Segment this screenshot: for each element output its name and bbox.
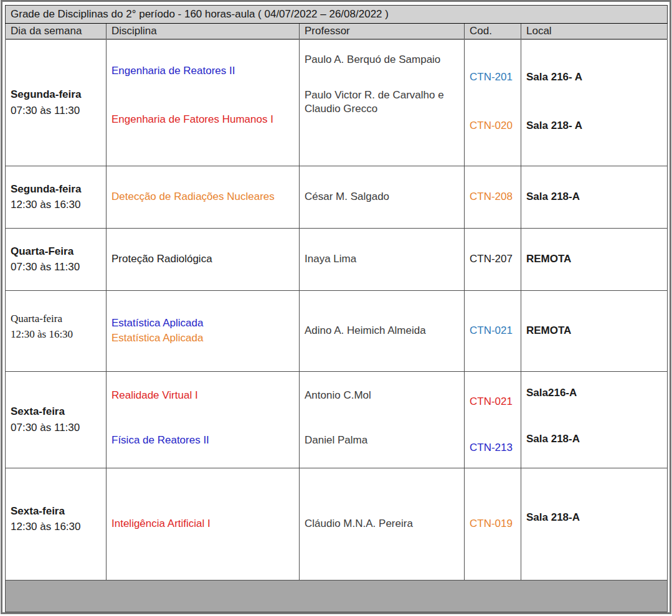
time-range: 07:30 às 11:30 [11, 420, 101, 436]
day-cell: Sexta-feira 07:30 às 11:30 [6, 371, 106, 468]
professor-name: Antonio C.Mol [305, 389, 371, 402]
table-row: Segunda-feira 07:30 às 11:30 Engenharia … [6, 39, 668, 166]
course-code: CTN-021 [470, 396, 513, 408]
code-cell: CTN-019 [465, 468, 521, 580]
discipline-name: Física de Reatores II [111, 434, 209, 447]
column-header-discipline: Disciplina [106, 24, 300, 40]
day-name: Sexta-feira [11, 503, 101, 519]
professor-name: Paulo Victor R. de Carvalho e Claudio Gr… [305, 88, 459, 116]
course-code: CTN-021 [470, 325, 516, 337]
table-row: Segunda-feira 12:30 às 16:30 Detecção de… [6, 166, 668, 228]
day-cell: Sexta-feira 12:30 às 16:30 [6, 468, 106, 580]
professor-cell: Antonio C.Mol Daniel Palma [300, 371, 465, 468]
room-location: REMOTA [526, 325, 662, 337]
room-location: REMOTA [526, 253, 662, 265]
room-location: Sala 218-A [526, 191, 662, 203]
column-header-day: Dia da semana [6, 24, 106, 40]
professor-name: Inaya Lima [305, 253, 459, 265]
room-location: Sala216-A [526, 387, 577, 399]
professor-name: Daniel Palma [305, 434, 367, 447]
document-frame: Grade de Disciplinas do 2° período - 160… [1, 0, 671, 614]
table-row: Sexta-feira 12:30 às 16:30 Inteligência … [6, 468, 668, 580]
professor-cell: Paulo A. Berquó de Sampaio Paulo Victor … [300, 39, 465, 166]
professor-cell: Inaya Lima [300, 228, 465, 290]
day-name: Segunda-feira [11, 181, 101, 197]
discipline-name: Engenharia de Reatores II [111, 65, 235, 77]
professor-name: Paulo A. Berquó de Sampaio [305, 54, 440, 66]
discipline-name: Estatística Aplicada [111, 331, 203, 345]
time-range: 12:30 às 16:30 [11, 326, 101, 343]
room-location: Sala 218-A [526, 433, 580, 445]
day-name: Sexta-feira [11, 404, 101, 420]
discipline-cell: Inteligência Artificial I [106, 468, 300, 580]
time-range: 12:30 às 16:30 [11, 519, 101, 535]
table-row: Quarta-Feira 07:30 às 11:30 Proteção Rad… [6, 228, 668, 290]
code-cell: CTN-201 CTN-020 [465, 39, 521, 166]
course-code: CTN-020 [470, 120, 513, 132]
local-cell: Sala 218-A [521, 468, 668, 580]
discipline-cell: Detecção de Radiações Nucleares [106, 166, 300, 228]
code-cell: CTN-021 [465, 290, 521, 371]
room-location: Sala 218- A [526, 120, 582, 132]
day-name: Quarta-Feira [11, 244, 101, 260]
discipline-cell: Estatística Aplicada Estatística Aplicad… [106, 290, 300, 371]
discipline-name: Realidade Virtual I [111, 389, 198, 402]
time-range: 12:30 às 16:30 [11, 197, 101, 213]
professor-name: César M. Salgado [305, 191, 459, 203]
schedule-table: Grade de Disciplinas do 2° período - 160… [5, 5, 668, 612]
discipline-name: Detecção de Radiações Nucleares [111, 191, 294, 203]
code-cell: CTN-021 CTN-213 [465, 371, 521, 468]
professor-name: Cláudio M.N.A. Pereira [305, 518, 459, 530]
local-cell: REMOTA [521, 228, 668, 290]
title-row: Grade de Disciplinas do 2° período - 160… [6, 6, 668, 24]
local-cell: REMOTA [521, 290, 668, 371]
local-cell: Sala216-A Sala 218-A [521, 371, 668, 468]
table-row: Quarta-feira 12:30 às 16:30 Estatística … [6, 290, 668, 371]
day-cell: Segunda-feira 07:30 às 11:30 [6, 39, 106, 166]
day-cell: Quarta-feira 12:30 às 16:30 [6, 290, 106, 371]
professor-name: Adino A. Heimich Almeida [305, 325, 459, 337]
page-title: Grade de Disciplinas do 2° período - 160… [6, 6, 668, 24]
course-code: CTN-213 [470, 442, 513, 454]
course-code: CTN-201 [470, 71, 513, 83]
table-row: Sexta-feira 07:30 às 11:30 Realidade Vir… [6, 371, 668, 468]
course-code: CTN-207 [470, 253, 516, 265]
discipline-name: Estatística Aplicada [111, 316, 203, 330]
professor-cell: Cláudio M.N.A. Pereira [300, 468, 465, 580]
professor-cell: Adino A. Heimich Almeida [300, 290, 465, 371]
time-range: 07:30 às 11:30 [11, 103, 101, 119]
code-cell: CTN-207 [465, 228, 521, 290]
discipline-cell: Engenharia de Reatores II Engenharia de … [106, 39, 300, 166]
discipline-name: Proteção Radiológica [111, 253, 294, 265]
column-header-professor: Professor [300, 24, 465, 40]
column-header-local: Local [521, 24, 668, 40]
local-cell: Sala 218-A [521, 166, 668, 228]
code-cell: CTN-208 [465, 166, 521, 228]
course-code: CTN-019 [470, 518, 516, 530]
discipline-cell: Realidade Virtual I Física de Reatores I… [106, 371, 300, 468]
footer-row [6, 580, 668, 612]
day-cell: Segunda-feira 12:30 às 16:30 [6, 166, 106, 228]
header-row: Dia da semana Disciplina Professor Cod. … [6, 24, 668, 40]
room-location: Sala 216- A [526, 71, 582, 83]
day-name: Segunda-feira [11, 87, 101, 103]
discipline-name: Engenharia de Fatores Humanos I [111, 113, 273, 126]
discipline-cell: Proteção Radiológica [106, 228, 300, 290]
room-location: Sala 218-A [526, 511, 662, 524]
professor-cell: César M. Salgado [300, 166, 465, 228]
day-name: Quarta-feira [11, 311, 101, 327]
course-code: CTN-208 [470, 191, 516, 203]
local-cell: Sala 216- A Sala 218- A [521, 39, 668, 166]
time-range: 07:30 às 11:30 [11, 259, 101, 275]
column-header-code: Cod. [465, 24, 521, 40]
discipline-name: Inteligência Artificial I [111, 518, 294, 530]
day-cell: Quarta-Feira 07:30 às 11:30 [6, 228, 106, 290]
footer-bar [6, 580, 668, 612]
